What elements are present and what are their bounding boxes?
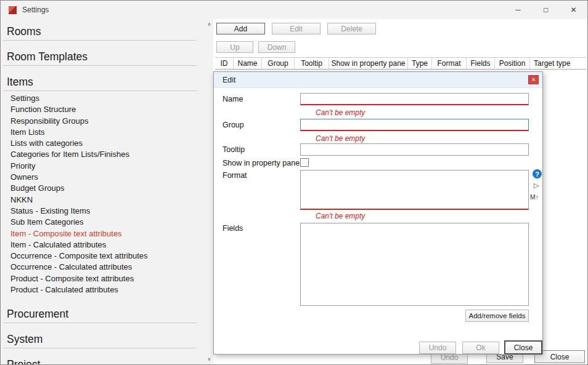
sidebar-item-lists-with-categories[interactable]: Lists with categories bbox=[10, 138, 205, 149]
scroll-up-icon[interactable]: ∧ bbox=[205, 22, 213, 27]
group-label: Group bbox=[223, 121, 244, 129]
sidebar-item-nkkn[interactable]: NKKN bbox=[10, 195, 205, 206]
up-button[interactable]: Up bbox=[216, 41, 253, 53]
window-controls: ─ □ ✕ bbox=[504, 1, 587, 19]
column-header-id[interactable]: ID bbox=[215, 58, 234, 69]
show-in-property-pane-label: Show in property pane bbox=[223, 159, 300, 167]
sidebar-item-item-lists[interactable]: Item Lists bbox=[10, 127, 205, 138]
sidebar-item-item-composite-text-attributes-selected[interactable]: Item - Composite text attributes bbox=[10, 228, 205, 239]
add-button[interactable]: Add bbox=[216, 23, 265, 34]
sidebar-item-status-existing-items[interactable]: Status - Existing Items bbox=[10, 206, 205, 217]
expand-icon[interactable]: ▷ bbox=[534, 182, 539, 190]
sidebar-section-items[interactable]: Items bbox=[3, 73, 197, 91]
scroll-down-icon[interactable]: ∨ bbox=[205, 356, 213, 362]
sidebar-section-rooms[interactable]: Rooms bbox=[3, 23, 197, 41]
edit-dialog-close-icon[interactable]: ✕ bbox=[528, 75, 539, 84]
sidebar-item-occurrence-calculated-attributes[interactable]: Occurrence - Calculated attributes bbox=[10, 262, 205, 273]
attributes-table-header: ID Name Group Tooltip Show in property p… bbox=[215, 57, 586, 70]
column-header-tooltip[interactable]: Tooltip bbox=[295, 58, 329, 69]
maximize-button[interactable]: □ bbox=[532, 1, 560, 19]
sidebar: Rooms Room Templates Items Settings Func… bbox=[1, 19, 205, 364]
settings-window: Settings ─ □ ✕ Rooms Room Templates Item… bbox=[0, 0, 588, 365]
format-error-text: Can't be empty bbox=[316, 212, 365, 220]
name-input[interactable] bbox=[300, 93, 529, 105]
minimize-button[interactable]: ─ bbox=[504, 1, 532, 19]
group-error-text: Can't be empty bbox=[316, 134, 365, 143]
format-label: Format bbox=[223, 171, 247, 180]
tooltip-label: Tooltip bbox=[223, 145, 245, 154]
sidebar-section-room-templates[interactable]: Room Templates bbox=[3, 48, 197, 66]
sidebar-item-product-composite-text-attributes[interactable]: Product - Composite text attributes bbox=[10, 273, 205, 284]
delete-button[interactable]: Delete bbox=[327, 23, 376, 34]
sidebar-item-categories-for-item-lists[interactable]: Categories for Item Lists/Finishes bbox=[10, 149, 205, 160]
help-icon[interactable]: ? bbox=[533, 169, 542, 178]
column-header-type[interactable]: Type bbox=[408, 58, 432, 69]
column-header-name[interactable]: Name bbox=[234, 58, 262, 69]
sidebar-section-project[interactable]: Project bbox=[3, 356, 197, 364]
show-in-property-pane-checkbox[interactable] bbox=[300, 158, 309, 167]
sidebar-section-procurement[interactable]: Procurement bbox=[3, 305, 197, 323]
column-header-group[interactable]: Group bbox=[262, 58, 295, 69]
sidebar-item-settings[interactable]: Settings bbox=[10, 93, 205, 104]
add-remove-fields-button[interactable]: Add/remove fields bbox=[465, 310, 529, 322]
sidebar-item-item-calculated-attributes[interactable]: Item - Calculated attributes bbox=[10, 239, 205, 251]
items-subsection-list: Settings Function Structure Responsibili… bbox=[1, 91, 205, 298]
dialog-close-button[interactable]: Close bbox=[504, 340, 542, 355]
sidebar-item-responsibility-groups[interactable]: Responsibility Groups bbox=[10, 116, 205, 127]
edit-dialog-title: Edit bbox=[223, 76, 236, 84]
fields-box[interactable] bbox=[300, 223, 529, 306]
column-header-show-in-property-pane[interactable]: Show in property pane bbox=[329, 58, 408, 69]
window-title: Settings bbox=[22, 6, 49, 14]
name-label: Name bbox=[223, 95, 243, 103]
dialog-ok-button[interactable]: Ok bbox=[462, 342, 499, 354]
sidebar-item-sub-item-categories[interactable]: Sub Item Categories bbox=[10, 217, 205, 228]
down-button[interactable]: Down bbox=[258, 41, 295, 53]
name-error-text: Can't be empty bbox=[316, 108, 365, 117]
titlebar: Settings ─ □ ✕ bbox=[1, 1, 587, 19]
sidebar-scrollbar[interactable]: ∧ ∨ bbox=[205, 19, 213, 364]
app-icon bbox=[9, 6, 17, 14]
sort-m-up-icon[interactable]: M↑ bbox=[530, 193, 539, 201]
tooltip-input[interactable] bbox=[300, 143, 529, 156]
sidebar-item-function-structure[interactable]: Function Structure bbox=[10, 104, 205, 115]
sidebar-item-product-calculated-attributes[interactable]: Product - Calculated attributes bbox=[10, 284, 205, 295]
edit-dialog: Edit ✕ Name Can't be empty Group Can't b… bbox=[213, 71, 543, 355]
sidebar-item-owners[interactable]: Owners bbox=[10, 172, 205, 183]
fields-label: Fields bbox=[223, 224, 243, 233]
edit-button[interactable]: Edit bbox=[272, 23, 321, 34]
column-header-format[interactable]: Format bbox=[432, 58, 467, 69]
sidebar-item-budget-groups[interactable]: Budget Groups bbox=[10, 183, 205, 194]
column-header-fields[interactable]: Fields bbox=[467, 58, 495, 69]
column-header-target-type[interactable]: Target type bbox=[530, 58, 586, 69]
column-header-position[interactable]: Position bbox=[495, 58, 530, 69]
group-input[interactable] bbox=[300, 119, 529, 131]
sidebar-item-priority[interactable]: Priority bbox=[10, 161, 205, 172]
close-window-button[interactable]: ✕ bbox=[560, 1, 587, 19]
format-textarea[interactable] bbox=[300, 170, 529, 210]
edit-dialog-titlebar: Edit ✕ bbox=[214, 72, 542, 88]
dialog-undo-button[interactable]: Undo bbox=[419, 342, 456, 354]
sidebar-section-system[interactable]: System bbox=[3, 331, 197, 348]
sidebar-item-occurrence-composite-text-attributes[interactable]: Occurrence - Composite text attributes bbox=[10, 251, 205, 262]
